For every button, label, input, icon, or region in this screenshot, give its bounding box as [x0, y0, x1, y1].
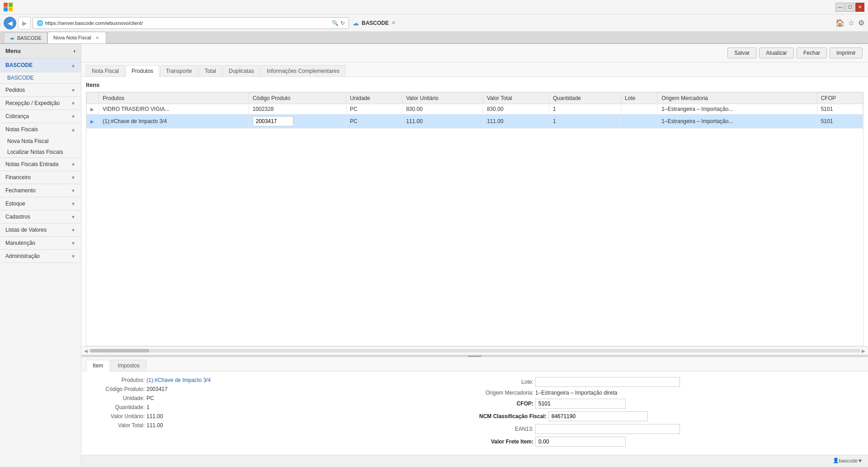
- value-produto[interactable]: (1):#Chave de Impacto 3/4: [146, 377, 211, 383]
- refresh-button[interactable]: Atualizar: [759, 48, 794, 58]
- input-ean13[interactable]: [535, 424, 680, 434]
- tab-icon-bascode: ☁: [9, 35, 14, 41]
- sidebar-brand-item-section: BASCODE: [0, 72, 81, 84]
- col-header-lote[interactable]: Lote: [621, 93, 658, 104]
- row1-expand[interactable]: ▶: [87, 104, 99, 114]
- sidebar-item-bascode[interactable]: BASCODE: [0, 72, 81, 83]
- sidebar-section-cobranca-header[interactable]: Cobrança ▼: [0, 110, 81, 123]
- sidebar-brand[interactable]: BASCODE ▲: [0, 58, 81, 72]
- data-table-container: Produtos Código Produto Unidade Valor Un…: [86, 92, 863, 346]
- label-ean13: EAN13:: [479, 426, 533, 432]
- sidebar-header: Menu ‹: [0, 44, 81, 58]
- col-header-unidade[interactable]: Unidade: [346, 93, 402, 104]
- detail-row-produto: Produtos: (1):#Chave de Impacto 3/4: [90, 377, 470, 383]
- print-button[interactable]: imprimir: [830, 48, 863, 58]
- minimize-button[interactable]: —: [835, 3, 844, 12]
- address-bar[interactable]: 🌐 https://server.bascode.com/wbusnovo/cl…: [33, 17, 349, 29]
- table-row[interactable]: ▶ (1):#Chave de Impacto 3/4 PC 111.00 11…: [87, 114, 863, 129]
- detail-row-valor-total: Valor Total: 111.00: [90, 422, 470, 429]
- products-section: Itens Produtos Código Produto Unidade Va…: [81, 77, 868, 346]
- row1-unidade: PC: [346, 104, 402, 114]
- sidebar-section-manutencao: Manutenção ▼: [0, 237, 81, 250]
- sidebar-section-financeiro: Financeiro ▼: [0, 171, 81, 184]
- tab-produtos[interactable]: Produtos: [126, 65, 159, 77]
- tab-total[interactable]: Total: [199, 65, 222, 76]
- forward-button[interactable]: ▶: [18, 17, 31, 29]
- sidebar-section-administracao: Administração ▼: [0, 250, 81, 263]
- col-header-codigo[interactable]: Código Produto: [249, 93, 346, 104]
- sidebar-section-notas-entrada-header[interactable]: Notas Fiscais Entrada ▼: [0, 158, 81, 171]
- scroll-left-arrow[interactable]: ◀: [83, 348, 89, 353]
- status-dropdown-icon[interactable]: ▼: [858, 458, 863, 463]
- sidebar-section-recepcao-header[interactable]: Recepção / Expedição ▼: [0, 97, 81, 110]
- sidebar-section-fechamento-header[interactable]: Fechamento ▼: [0, 184, 81, 197]
- sidebar-section-listas-header[interactable]: Listas de Valores ▼: [0, 224, 81, 236]
- sidebar-item-localizar-notas[interactable]: Localizar Notas Fiscais: [0, 147, 81, 157]
- value-valor-unitario: 111.00: [146, 413, 163, 419]
- sidebar-section-recepcao-label: Recepção / Expedição: [5, 100, 60, 106]
- row1-valor-total: 830.00: [483, 104, 549, 114]
- tab-duplicatas[interactable]: Duplicatas: [223, 65, 260, 76]
- tab-item[interactable]: Item: [86, 360, 110, 372]
- user-icon: 👤: [833, 457, 839, 463]
- col-header-valor-unitario[interactable]: Valor Unitário: [402, 93, 483, 104]
- window-controls: — ☐ ✕: [835, 3, 864, 12]
- tab-nota-fiscal[interactable]: Nota Fiscal: [86, 65, 125, 76]
- manutencao-chevron: ▼: [71, 241, 75, 246]
- horizontal-scroll[interactable]: ◀ ▶: [81, 346, 868, 355]
- products-table: Produtos Código Produto Unidade Valor Un…: [86, 92, 863, 129]
- sidebar-section-administracao-header[interactable]: Administração ▼: [0, 250, 81, 262]
- col-header-cfop[interactable]: CFOP: [817, 93, 863, 104]
- close-button[interactable]: Fechar: [797, 48, 827, 58]
- input-lote[interactable]: [535, 377, 680, 387]
- sidebar-section-administracao-label: Administração: [5, 253, 40, 259]
- col-header-origem[interactable]: Origem Mercadoria: [658, 93, 817, 104]
- sidebar-section-manutencao-label: Manutenção: [5, 240, 35, 246]
- sidebar-section-fechamento: Fechamento ▼: [0, 184, 81, 197]
- input-frete[interactable]: [535, 437, 626, 447]
- scroll-thumb[interactable]: [90, 349, 149, 353]
- col-header-valor-total[interactable]: Valor Total: [483, 93, 549, 104]
- user-label: bascode: [839, 458, 858, 463]
- col-header-produto[interactable]: Produtos: [99, 93, 249, 104]
- input-ncm[interactable]: [548, 411, 648, 421]
- sidebar-section-listas: Listas de Valores ▼: [0, 224, 81, 237]
- sidebar-section-cobranca: Cobrança ▼: [0, 110, 81, 123]
- sidebar-section-cadastros-header[interactable]: Cadastros ▼: [0, 210, 81, 223]
- app-container: Menu ‹ BASCODE ▲ BASCODE Pedidos ▼ Recep…: [0, 44, 868, 466]
- tab-close-nova-nota[interactable]: ✕: [94, 34, 100, 41]
- star-icon[interactable]: ☆: [848, 19, 854, 27]
- browser-tab-bascode[interactable]: ☁ BASCODE: [4, 32, 47, 43]
- close-window-button[interactable]: ✕: [855, 3, 864, 12]
- sidebar-section-notas-header[interactable]: Notas Fiscais ▲: [0, 123, 81, 136]
- tab-informacoes[interactable]: Informações Complementares: [261, 65, 345, 76]
- sidebar-section-manutencao-header[interactable]: Manutenção ▼: [0, 237, 81, 249]
- tab-impostos[interactable]: Impostos: [111, 360, 146, 371]
- save-button[interactable]: Salvar: [727, 48, 756, 58]
- scroll-track[interactable]: [89, 349, 861, 353]
- browser-tab-nova-nota[interactable]: Nova Nota Fiscal ✕: [47, 32, 106, 43]
- row1-valor-unitario: 830.00: [402, 104, 483, 114]
- search-address-icon[interactable]: 🔍: [332, 20, 339, 26]
- row2-expand[interactable]: ▶: [87, 114, 99, 129]
- col-header-quantidade[interactable]: Quantidade: [549, 93, 621, 104]
- active-tab-indicator: ☁ BASCODE ✕: [353, 19, 396, 27]
- sidebar-section-pedidos-header[interactable]: Pedidos ▼: [0, 84, 81, 96]
- back-button[interactable]: ◀: [4, 17, 16, 29]
- sidebar-section-financeiro-header[interactable]: Financeiro ▼: [0, 171, 81, 184]
- table-row[interactable]: ▶ VIDRO TRASEIRO VIGIA... 1002328 PC 830…: [87, 104, 863, 114]
- maximize-button[interactable]: ☐: [845, 3, 854, 12]
- tab-transporte[interactable]: Transporte: [160, 65, 198, 76]
- input-cfop[interactable]: [535, 399, 626, 409]
- tab-nav-close[interactable]: ✕: [392, 20, 396, 26]
- sidebar-section-estoque-header[interactable]: Estoque ▼: [0, 197, 81, 210]
- scroll-right-arrow[interactable]: ▶: [861, 348, 866, 353]
- label-unidade: Unidade:: [90, 395, 145, 401]
- sidebar-item-nova-nota[interactable]: Nova Nota Fiscal: [0, 136, 81, 147]
- collapse-icon[interactable]: ‹: [74, 48, 75, 54]
- refresh-address-icon[interactable]: ↻: [340, 20, 345, 26]
- row2-codigo-input[interactable]: [253, 116, 293, 126]
- value-valor-total: 111.00: [146, 422, 163, 429]
- home-icon[interactable]: 🏠: [835, 19, 844, 27]
- settings-icon[interactable]: ⚙: [858, 19, 864, 27]
